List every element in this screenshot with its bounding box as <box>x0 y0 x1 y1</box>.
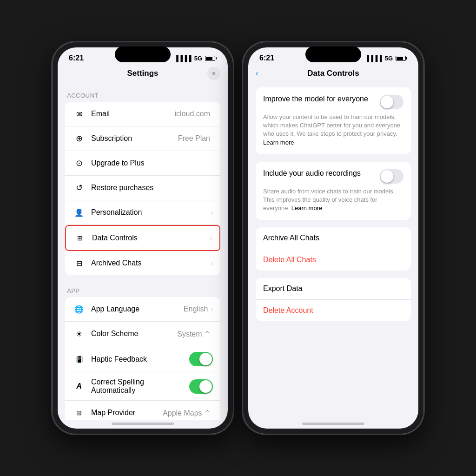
map-provider-row[interactable]: ⊞ Map Provider Apple Maps ⌃ <box>65 401 220 420</box>
spelling-label: Correct Spelling Automatically <box>91 378 189 395</box>
dynamic-island-right <box>305 46 361 62</box>
improve-model-desc: Allow your content to be used to train o… <box>263 113 403 147</box>
archived-chats-row[interactable]: ⊟ Archived Chats › <box>65 251 220 275</box>
email-icon: ✉ <box>73 107 86 120</box>
color-scheme-row[interactable]: ☀ Color Scheme System ⌃ <box>65 322 220 346</box>
app-language-icon: 🌐 <box>73 303 86 316</box>
right-phone: 6:21 ▐▐▐▐ 5G ‹ Data Controls <box>243 42 424 434</box>
home-indicator-right <box>302 423 364 425</box>
map-provider-label: Map Provider <box>91 409 163 417</box>
data-controls-chevron: › <box>210 234 212 242</box>
improve-model-title: Improve the model for everyone <box>263 95 368 103</box>
audio-recordings-card: Include your audio recordings Share audi… <box>256 162 411 220</box>
time-left: 6:21 <box>69 54 84 62</box>
back-chevron-icon: ‹ <box>256 69 258 78</box>
audio-recordings-learn-more[interactable]: Learn more <box>291 205 322 212</box>
subscription-label: Subscription <box>91 134 178 143</box>
app-language-value: English <box>184 305 208 313</box>
improve-model-toggle[interactable] <box>380 95 403 109</box>
data-controls-icon: ⊞ <box>73 231 86 245</box>
archived-chats-label: Archived Chats <box>91 259 211 267</box>
nav-header-right: ‹ Data Controls <box>248 65 418 82</box>
spelling-icon: A <box>73 380 86 393</box>
status-icons-right: ▐▐▐▐ 5G <box>365 55 407 62</box>
spelling-row[interactable]: A Correct Spelling Automatically <box>65 372 220 401</box>
left-screen: 6:21 ▐▐▐▐ 5G Settings × <box>58 47 228 429</box>
color-scheme-value: System ⌃ <box>177 330 210 338</box>
network-left: 5G <box>194 55 202 62</box>
account-actions-group: Export Data Delete Account <box>256 278 411 321</box>
email-label: Email <box>91 110 175 118</box>
phones-container: 6:21 ▐▐▐▐ 5G Settings × <box>52 42 424 434</box>
data-controls-scroll[interactable]: Improve the model for everyone Allow you… <box>248 82 418 420</box>
right-screen: 6:21 ▐▐▐▐ 5G ‹ Data Controls <box>248 47 418 429</box>
app-section-header: APP <box>58 284 228 297</box>
archived-chats-icon: ⊟ <box>73 257 86 270</box>
haptic-feedback-label: Haptic Feedback <box>91 355 189 364</box>
map-provider-value: Apple Maps ⌃ <box>163 409 210 417</box>
back-button[interactable]: ‹ <box>256 69 258 78</box>
audio-recordings-row: Include your audio recordings <box>263 169 403 184</box>
personalization-chevron: › <box>211 209 213 216</box>
data-controls-label: Data Controls <box>92 234 210 242</box>
delete-account-button[interactable]: Delete Account <box>256 300 411 321</box>
settings-scroll[interactable]: ACCOUNT ✉ Email icloud.com ⊕ Subscriptio… <box>58 82 228 420</box>
color-scheme-icon: ☀ <box>73 327 86 340</box>
subscription-icon: ⊕ <box>73 132 86 145</box>
subscription-value: Free Plan <box>178 134 210 143</box>
haptic-feedback-icon: 📳 <box>73 353 86 366</box>
map-provider-icon: ⊞ <box>73 406 86 419</box>
account-section-header: ACCOUNT <box>58 89 228 102</box>
restore-row[interactable]: ↺ Restore purchases <box>65 176 220 200</box>
dynamic-island-left <box>115 46 171 62</box>
color-scheme-label: Color Scheme <box>91 330 177 338</box>
home-indicator-left <box>112 423 174 425</box>
improve-model-learn-more[interactable]: Learn more <box>263 139 294 146</box>
battery-left <box>205 56 217 61</box>
data-controls-row[interactable]: ⊞ Data Controls › <box>65 225 220 251</box>
nav-header-left: Settings × <box>58 65 228 82</box>
personalization-icon: 👤 <box>73 206 86 219</box>
app-group: 🌐 App Language English › ☀ Color Scheme … <box>65 297 220 420</box>
improve-model-row: Improve the model for everyone <box>263 95 403 109</box>
signal-icon-right: ▐▐▐▐ <box>365 55 382 62</box>
account-group: ✉ Email icloud.com ⊕ Subscription Free P… <box>65 102 220 275</box>
haptic-feedback-toggle[interactable] <box>189 352 213 366</box>
close-button[interactable]: × <box>207 67 220 80</box>
data-controls-title: Data Controls <box>307 69 359 78</box>
restore-icon: ↺ <box>73 181 86 194</box>
personalization-row[interactable]: 👤 Personalization › <box>65 200 220 225</box>
network-right: 5G <box>385 55 393 62</box>
personalization-label: Personalization <box>91 208 211 217</box>
delete-all-chats-button[interactable]: Delete All Chats <box>256 249 411 271</box>
improve-model-card: Improve the model for everyone Allow you… <box>256 87 411 154</box>
upgrade-label: Upgrade to Plus <box>91 159 213 167</box>
chat-actions-group: Archive All Chats Delete All Chats <box>256 227 411 271</box>
app-language-label: App Language <box>91 305 184 313</box>
audio-recordings-toggle[interactable] <box>380 169 403 184</box>
left-phone: 6:21 ▐▐▐▐ 5G Settings × <box>52 42 233 434</box>
app-language-row[interactable]: 🌐 App Language English › <box>65 297 220 322</box>
close-icon: × <box>212 70 216 77</box>
battery-right <box>396 56 407 61</box>
audio-recordings-desc: Share audio from voice chats to train ou… <box>263 187 403 213</box>
restore-label: Restore purchases <box>91 184 213 192</box>
export-data-button[interactable]: Export Data <box>256 278 411 300</box>
email-row[interactable]: ✉ Email icloud.com <box>65 102 220 126</box>
audio-recordings-title: Include your audio recordings <box>263 169 361 178</box>
upgrade-row[interactable]: ⊙ Upgrade to Plus <box>65 151 220 176</box>
email-value: icloud.com <box>175 110 210 118</box>
haptic-feedback-row[interactable]: 📳 Haptic Feedback <box>65 346 220 372</box>
signal-icon-left: ▐▐▐▐ <box>174 55 192 62</box>
subscription-row[interactable]: ⊕ Subscription Free Plan <box>65 126 220 151</box>
status-icons-left: ▐▐▐▐ 5G <box>174 55 217 62</box>
upgrade-icon: ⊙ <box>73 157 86 170</box>
archive-all-chats-button[interactable]: Archive All Chats <box>256 227 411 249</box>
app-language-chevron: › <box>211 305 213 313</box>
time-right: 6:21 <box>259 54 274 62</box>
archived-chats-chevron: › <box>211 259 213 267</box>
settings-title: Settings <box>127 69 158 78</box>
spelling-toggle[interactable] <box>189 379 213 394</box>
